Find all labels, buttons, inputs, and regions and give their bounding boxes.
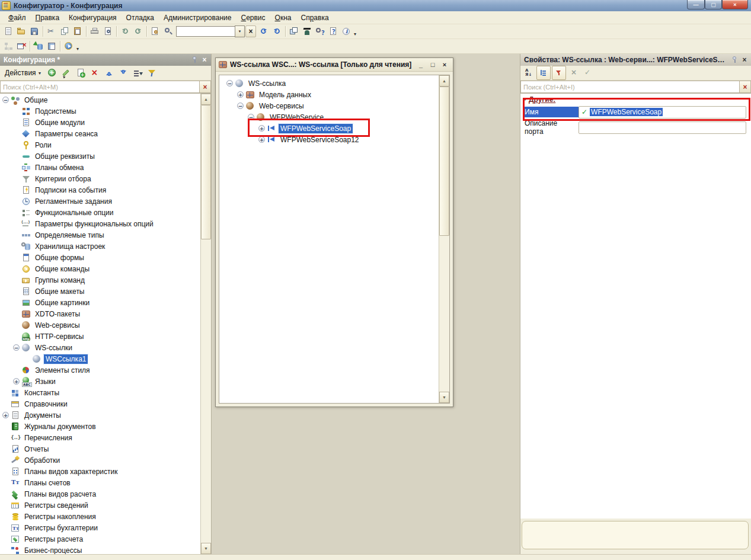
tree-expander-icon[interactable]: + [258, 136, 265, 143]
scroll-up-icon[interactable]: ▲ [201, 94, 211, 105]
tree-item-web-service[interactable]: −WFPWebService [224, 111, 439, 123]
search-clear-icon[interactable]: × [199, 81, 211, 93]
tree-expander-icon[interactable]: + [13, 378, 20, 385]
tree-item-filter-criteria[interactable]: Критерии отбора [0, 173, 200, 184]
find-button[interactable] [149, 25, 162, 38]
menu-item-debug[interactable]: Отладка [122, 12, 159, 23]
tree-item-session-params[interactable]: Параметры сеанса [0, 128, 200, 139]
configuration-search-input[interactable] [0, 81, 199, 93]
tree-expander-icon[interactable]: + [2, 412, 9, 418]
tree-item-information-registers[interactable]: Регистры сведений [0, 500, 200, 511]
property-value-field-name[interactable]: ✓ WFPWebServiceSoap [579, 106, 746, 119]
tree-item-accumulation-registers[interactable]: Регистры накопления [0, 511, 200, 522]
child-restore-icon[interactable]: □ [428, 61, 437, 68]
close-config-button[interactable] [15, 40, 28, 53]
properties-search-input[interactable] [520, 81, 739, 93]
menu-item-file[interactable]: Файл [4, 12, 31, 23]
scroll-down-icon[interactable]: ▼ [439, 392, 449, 403]
filter-categories-button[interactable] [552, 66, 566, 80]
windows-button[interactable] [287, 25, 301, 38]
property-value-field-port-description[interactable] [579, 121, 746, 134]
section-collapse-icon[interactable]: ▼ [523, 97, 528, 102]
tree-item-command-groups[interactable]: Группы команд [0, 274, 200, 286]
pin-icon[interactable] [730, 56, 739, 64]
menu-item-windows[interactable]: Окна [270, 12, 296, 23]
syntax-help-button[interactable] [327, 25, 340, 38]
mentor-button[interactable] [301, 25, 314, 38]
delete-gray-button[interactable] [567, 66, 580, 79]
tree-item-charts-of-accounts[interactable]: Планы счетов [0, 477, 200, 488]
search-clear-icon[interactable]: × [739, 81, 751, 93]
refresh-cw-button[interactable] [257, 25, 270, 38]
cut-button[interactable] [45, 25, 58, 38]
tree-expander-icon[interactable]: − [237, 103, 244, 109]
menu-item-configuration[interactable]: Конфигурация [64, 12, 122, 23]
tree-item-common-module[interactable]: Общие модули [0, 117, 200, 128]
toolbar2-overflow-icon[interactable]: ▾ [76, 46, 79, 52]
scroll-down-icon[interactable]: ▼ [201, 543, 211, 554]
scroll-thumb[interactable] [439, 87, 449, 236]
tree-item-documents[interactable]: +Документы [0, 409, 200, 421]
tree-item-reports[interactable]: Отчеты [0, 443, 200, 455]
tree-item-common-forms[interactable]: Общие формы [0, 252, 200, 263]
tree-item-web-services-node[interactable]: −Web-сервисы [224, 100, 439, 111]
tree-item-common-pictures[interactable]: Общие картинки [0, 297, 200, 308]
tree-item-http-services[interactable]: HTTP-сервисы [0, 331, 200, 342]
add-copy-button[interactable] [74, 66, 87, 79]
sort-list-button[interactable] [131, 66, 144, 79]
ws-reference-window-titlebar[interactable]: WS-ссылка WSC...: WS-ссылка [Только для … [216, 58, 453, 72]
tree-item-web-services[interactable]: Web-сервисы [0, 319, 200, 331]
menu-item-edit[interactable]: Правка [31, 12, 65, 23]
run-debug-button[interactable] [62, 40, 75, 53]
print-button[interactable] [88, 25, 101, 38]
tree-item-accounting-registers[interactable]: Регистры бухгалтерии [0, 522, 200, 533]
panel-close-icon[interactable]: × [740, 56, 749, 64]
info-button[interactable] [340, 25, 353, 38]
undo-button[interactable] [119, 25, 132, 38]
panel-close-icon[interactable]: × [200, 56, 209, 64]
delete-button[interactable] [88, 66, 101, 79]
redo-button[interactable] [132, 25, 145, 38]
save-button[interactable] [28, 25, 41, 38]
tree-expander-icon[interactable]: + [258, 125, 265, 132]
tree-item-document-journals[interactable]: Журналы документов [0, 421, 200, 432]
tree-item-ws-port[interactable]: +WFPWebServiceSoap [224, 123, 439, 134]
copy-button[interactable] [58, 25, 71, 38]
tree-item-common-templates[interactable]: Общие макеты [0, 286, 200, 297]
syntax-check-button[interactable] [314, 25, 327, 38]
db-update-button[interactable] [32, 40, 45, 53]
tree-item-ws-reference[interactable]: WSСсылка1 [0, 353, 200, 364]
tree-item-event-subscriptions[interactable]: Подписки на события [0, 184, 200, 196]
tree-expander-icon[interactable]: − [2, 97, 9, 103]
tree-item-functional-option-params[interactable]: Параметры функциональных опций [0, 218, 200, 229]
combo-dropdown-button[interactable]: ▼ [235, 25, 245, 37]
ws-reference-scrollbar[interactable]: ▲ ▼ [439, 75, 449, 403]
tree-item-defined-types[interactable]: Определяемые типы [0, 229, 200, 241]
property-row-name[interactable]: Имя ✓ WFPWebServiceSoap [523, 105, 746, 119]
config-tree-button[interactable] [2, 40, 15, 53]
tree-item-common[interactable]: −Общие [0, 94, 200, 105]
menu-item-administration[interactable]: Администрирование [159, 12, 236, 23]
tree-expander-icon[interactable]: + [237, 91, 244, 98]
maximize-button[interactable]: ▢ [705, 0, 722, 9]
zoom-button[interactable] [162, 25, 175, 38]
tree-item-subsystems[interactable]: Подсистемы [0, 105, 200, 117]
menu-item-help[interactable]: Справка [296, 12, 333, 23]
quick-search-input[interactable] [176, 26, 235, 37]
tree-expander-icon[interactable]: − [13, 344, 20, 351]
scroll-thumb[interactable] [201, 105, 211, 239]
tree-item-data-model[interactable]: +Модель данных [224, 89, 439, 100]
tree-item-common-attributes[interactable]: Общие реквизиты [0, 151, 200, 162]
tree-expander-icon[interactable]: − [226, 80, 233, 87]
open-button[interactable] [15, 25, 28, 38]
scroll-up-icon[interactable]: ▲ [439, 75, 449, 87]
menu-item-tools[interactable]: Сервис [236, 12, 270, 23]
tree-item-style-items[interactable]: Элементы стиля [0, 364, 200, 376]
tree-item-ws-references[interactable]: −WS-ссылки [0, 342, 200, 353]
tree-item-roles[interactable]: Роли [0, 139, 200, 151]
add-button[interactable] [46, 66, 59, 79]
paste-button[interactable] [71, 25, 84, 38]
tree-item-ws-port[interactable]: +WFPWebServiceSoap12 [224, 134, 439, 145]
minimize-button[interactable]: — [687, 0, 705, 9]
tree-item-common-commands[interactable]: Общие команды [0, 263, 200, 274]
